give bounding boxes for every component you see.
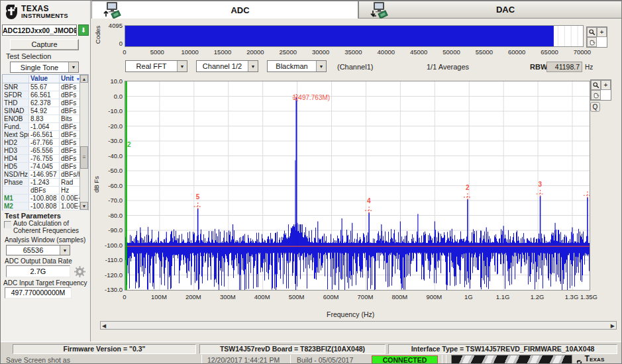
scroll-up-icon[interactable]: ▲: [80, 75, 88, 83]
pan-hand-icon[interactable]: [587, 37, 597, 47]
col-header-unit[interactable]: Unit ▼: [60, 75, 79, 83]
row-name: M1: [3, 195, 29, 202]
row-value: -65.556: [29, 147, 60, 154]
ti-bug-icon: [576, 358, 582, 364]
tick-label: -40.0: [97, 152, 123, 159]
zoom-cursor-icon[interactable]: [587, 27, 597, 37]
brand-line1: TEXAS: [21, 5, 68, 13]
tick-label: 700M: [358, 293, 374, 300]
table-row[interactable]: Fund.-1.064dBFs: [3, 123, 88, 131]
table-row[interactable]: HD3-65.556dBFs: [3, 147, 88, 155]
table-row[interactable]: ENOB8.83Bits: [3, 115, 88, 123]
row-name: Next Spur: [3, 131, 29, 138]
row-value: 8.83: [29, 115, 60, 122]
fft-plot[interactable]: 54231(497.763M)2: [125, 81, 590, 291]
zoom-in-icon[interactable]: +: [601, 80, 611, 90]
window-fn-value: Blackman: [268, 62, 316, 70]
row-unit: 1.00E+6: [60, 203, 79, 210]
channel-select[interactable]: Channel 1/2 ▼: [196, 60, 258, 72]
tab-dac[interactable]: DAC: [358, 1, 622, 19]
row-value: -100.808: [29, 195, 60, 202]
chevron-down-icon[interactable]: ▼: [316, 61, 326, 71]
cursor-q-icon[interactable]: Q: [590, 102, 600, 112]
chevron-down-icon[interactable]: ▼: [60, 246, 70, 255]
data-rate-field[interactable]: 2.7G: [6, 265, 70, 277]
device-select[interactable]: ADC12DJxx00_JMODE: [2, 24, 77, 36]
app-window: TEXAS INSTRUMENTS ADC12DJxx00_JMODE ⬇ Ca…: [0, 0, 622, 364]
tick-label: 65000: [541, 48, 558, 56]
fft-h-scrollbar[interactable]: ◀ ▶: [100, 321, 617, 330]
row-unit: dBFs: [60, 147, 79, 154]
test-type-value: Single Tone: [11, 64, 68, 71]
auto-calc-checkbox[interactable]: [4, 221, 11, 228]
table-row[interactable]: SINAD54.92dBFs: [3, 107, 88, 115]
tick-label: -80.0: [97, 212, 123, 219]
tick-label: 15000: [214, 48, 231, 56]
table-row[interactable]: THD62.378dBFs: [3, 99, 88, 107]
svg-text:2: 2: [466, 184, 470, 191]
table-row[interactable]: Phase-1.243Rad: [3, 179, 88, 187]
input-freq-field[interactable]: 497.770000000M: [5, 287, 72, 298]
tick-label: -100.0: [97, 242, 123, 249]
chevron-down-icon[interactable]: ▼: [68, 62, 78, 72]
table-row[interactable]: HD5-74.045dBFs: [3, 163, 88, 171]
col-header-value[interactable]: Value: [29, 75, 60, 83]
results-table-scrollbar[interactable]: ▲ ≡ ▼: [79, 75, 88, 210]
row-name: HD2: [3, 139, 29, 146]
time-domain-plot[interactable]: [125, 25, 584, 47]
pan-hand-icon[interactable]: [591, 90, 601, 100]
table-row[interactable]: SFDR66.561dBFs: [3, 91, 88, 99]
capture-button[interactable]: Capture: [10, 39, 79, 50]
zoom-cursor-icon[interactable]: [591, 80, 601, 90]
left-control-panel: TEXAS INSTRUMENTS ADC12DJxx00_JMODE ⬇ Ca…: [1, 1, 91, 341]
scroll-left-icon[interactable]: ◀: [102, 323, 106, 329]
svg-text:2: 2: [127, 141, 131, 148]
tick-label: -110.0: [97, 256, 123, 263]
row-value: -146.957: [29, 171, 60, 178]
chevron-down-icon[interactable]: ▼: [177, 61, 187, 71]
scroll-down-icon[interactable]: ▼: [80, 202, 88, 210]
window-fn-select[interactable]: Blackman ▼: [267, 60, 327, 72]
row-value: 54.92: [29, 107, 60, 114]
chevron-down-icon[interactable]: ▼: [248, 61, 258, 71]
row-unit: dBFs: [60, 163, 79, 170]
row-value: -76.755: [29, 155, 60, 162]
row-unit: dBFs/Hz: [60, 171, 79, 178]
tab-adc[interactable]: ADC: [91, 1, 358, 19]
table-row[interactable]: NSD/Hz-146.957dBFs/Hz: [3, 171, 88, 179]
row-value: -66.561: [29, 131, 60, 138]
table-row[interactable]: M1-100.8080.00E+0: [3, 195, 88, 203]
analysis-window-select[interactable]: 65536 ▼: [6, 245, 70, 255]
scrollbar-thumb[interactable]: ≡: [80, 146, 88, 169]
save-screenshot-hint[interactable]: Save Screen shot as: [6, 356, 70, 364]
gear-icon[interactable]: [74, 265, 86, 278]
row-unit: dBFs: [60, 99, 79, 107]
fft-type-select[interactable]: Real FFT ▼: [125, 60, 187, 72]
tick-label: 55000: [476, 48, 493, 56]
table-row[interactable]: Next Spur-66.561dBFs: [3, 131, 88, 139]
row-value: -74.045: [29, 163, 60, 170]
table-row[interactable]: SNR55.67dBFs: [3, 83, 88, 91]
rbw-label: RBW: [530, 63, 547, 71]
svg-text:3: 3: [539, 181, 543, 188]
row-name: NSD/Hz: [3, 171, 29, 178]
scroll-right-icon[interactable]: ▶: [611, 323, 615, 329]
row-unit: Hz: [60, 187, 79, 194]
device-download-button[interactable]: ⬇: [78, 24, 89, 36]
zoom-in-icon[interactable]: +: [597, 27, 607, 37]
test-type-select[interactable]: Single Tone ▼: [10, 62, 79, 73]
table-row[interactable]: HD4-76.755dBFs: [3, 155, 88, 163]
tick-label: 5000: [150, 48, 164, 56]
rbw-field[interactable]: 41198.7: [546, 62, 582, 72]
table-row[interactable]: HD2-67.766dBFs: [3, 139, 88, 147]
tick-label: 45000: [410, 48, 427, 56]
test-parameters-title: Test Parameters: [5, 212, 61, 220]
tick-label: 10000: [181, 48, 198, 56]
tick-label: 0: [123, 293, 126, 300]
table-row[interactable]: M2-100.8081.00E+6: [3, 203, 88, 210]
tick-label: 10.0: [97, 77, 123, 85]
table-row[interactable]: dBFsHz: [3, 187, 88, 195]
auto-calc-label: Auto Calculation of Coherent Frequencies: [13, 220, 79, 234]
tick-label: 1.1G: [496, 293, 510, 300]
svg-text:1(497.763M): 1(497.763M): [292, 94, 330, 101]
